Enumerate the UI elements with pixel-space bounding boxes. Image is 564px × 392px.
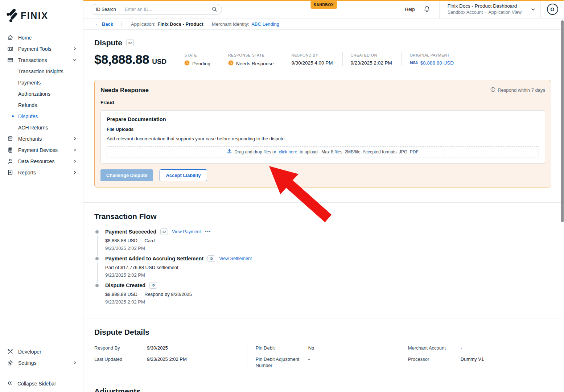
account-switcher[interactable]: Finix Docs - Product Dashboard Sandbox A… bbox=[440, 3, 540, 16]
original-payment-link[interactable]: $8,888.88 USD bbox=[420, 60, 454, 66]
chevron-down-icon bbox=[531, 8, 535, 11]
sidebar-item-label: Reports bbox=[18, 170, 36, 176]
sidebar-item-disputes[interactable]: Disputes bbox=[0, 111, 83, 122]
sidebar-item-label: ACH Returns bbox=[18, 125, 48, 131]
dispute-id-badge[interactable]: ID bbox=[126, 40, 134, 46]
stat-label: CREATED ON bbox=[351, 53, 392, 57]
stat-state: STATE Pending bbox=[176, 52, 220, 67]
detail-separator: · bbox=[140, 239, 141, 243]
sidebar-item-payments[interactable]: Payments bbox=[0, 77, 83, 88]
stat-respond-by: RESPOND BY 9/30/2025 4:00 PM bbox=[283, 52, 342, 66]
stat-created-on: CREATED ON 9/23/2025 2:02 PM bbox=[342, 52, 402, 66]
sidebar-item-label: Payments bbox=[18, 80, 41, 86]
timeline-event-dispute-created: Dispute Created ID $8,888.88 USD · Respo… bbox=[94, 282, 551, 309]
dispute-details-section: Dispute Details Respond By 9/30/2025 Las… bbox=[83, 318, 564, 369]
view-settlement-link[interactable]: View Settlement bbox=[219, 256, 252, 261]
adjustments-title: Adjustments bbox=[94, 387, 551, 392]
event-amount: $8,888.88 USD bbox=[105, 238, 137, 243]
sidebar-item-merchants[interactable]: Merchants bbox=[0, 133, 83, 144]
view-payment-link[interactable]: View Payment bbox=[172, 229, 201, 234]
finix-logo[interactable]: FINIX bbox=[0, 0, 83, 32]
sidebar-item-payment-devices[interactable]: Payment Devices bbox=[0, 144, 83, 156]
detail-label: Pin Debit bbox=[256, 345, 308, 351]
search-input[interactable] bbox=[121, 7, 212, 12]
event-timestamp: 9/23/2025 2:02 PM bbox=[105, 299, 551, 305]
event-detail: Part of $17,776.88 USD settlement bbox=[105, 265, 178, 270]
id-search-label[interactable]: ID Search bbox=[91, 4, 121, 15]
sidebar-item-authorizations[interactable]: Authorizations bbox=[0, 88, 83, 99]
event-timestamp: 9/23/2025 2:02 PM bbox=[105, 245, 551, 251]
payment-devices-icon bbox=[7, 147, 13, 153]
event-id-badge[interactable]: ID bbox=[160, 228, 168, 235]
collapse-sidebar-label: Collapse Sidebar bbox=[17, 381, 56, 387]
stat-value: Pending bbox=[192, 61, 210, 66]
detail-value: 9/23/2025 2:02 PM bbox=[147, 356, 187, 363]
dropzone-text: Drag and drop files or bbox=[234, 149, 276, 154]
event-respond-by: Respond by 9/30/2025 bbox=[144, 292, 192, 297]
sidebar-item-ach-returns[interactable]: ACH Returns bbox=[0, 122, 83, 133]
file-uploads-title: File Uploads bbox=[107, 127, 539, 132]
details-column-3: Merchant Account - Processor Dummy V1 bbox=[399, 345, 551, 369]
prepare-documentation-title: Prepare Documentation bbox=[107, 116, 539, 122]
detail-row-pin-debit-adjustment: Pin Debit Adjustment Number - bbox=[256, 356, 399, 369]
application-label: Application: bbox=[131, 21, 155, 27]
sidebar-item-label: Home bbox=[18, 35, 32, 41]
scrollbar-thumb[interactable] bbox=[561, 20, 564, 222]
sidebar-item-developer[interactable]: Developer bbox=[0, 346, 83, 357]
sidebar-item-label: Settings bbox=[18, 360, 37, 366]
developer-tools-icon bbox=[7, 348, 13, 355]
detail-value: - bbox=[461, 345, 462, 351]
detail-row-last-updated: Last Updated 9/23/2025 2:02 PM bbox=[94, 356, 247, 363]
detail-separator: · bbox=[140, 292, 141, 296]
stat-response-state: RESPONSE STATE Needs Response bbox=[220, 52, 283, 67]
timeline-bullet bbox=[95, 257, 99, 260]
sidebar-item-label: Payment Tools bbox=[18, 46, 52, 52]
transactions-icon bbox=[7, 57, 13, 63]
sidebar-bottom: Developer Settings Collapse Sidebar bbox=[0, 346, 83, 392]
detail-row-merchant-account: Merchant Account - bbox=[408, 345, 551, 351]
event-id-badge[interactable]: ID bbox=[207, 255, 215, 262]
file-dropzone[interactable]: Drag and drop files or click here to upl… bbox=[107, 146, 539, 157]
respond-deadline-note: Respond within 7 days bbox=[490, 87, 545, 93]
sidebar: FINIX Home Payment Tools bbox=[0, 0, 83, 392]
sidebar-item-transactions[interactable]: Transactions bbox=[0, 54, 83, 66]
account-subtitle-right: Application View bbox=[489, 9, 522, 16]
upload-icon bbox=[227, 149, 232, 155]
click-here-link[interactable]: click here bbox=[279, 149, 297, 154]
challenge-dispute-button[interactable]: Challenge Dispute bbox=[100, 169, 153, 181]
avatar[interactable]: O bbox=[547, 4, 558, 15]
detail-value: 9/30/2025 bbox=[147, 345, 168, 351]
detail-row-processor: Processor Dummy V1 bbox=[408, 356, 551, 363]
timeline-connector bbox=[97, 263, 98, 283]
more-options-icon[interactable]: ••• bbox=[205, 230, 211, 233]
timeline: Payment Succeeded ID View Payment ••• $8… bbox=[94, 228, 551, 309]
timeline-connector bbox=[97, 236, 98, 256]
timeline-event-payment-succeeded: Payment Succeeded ID View Payment ••• $8… bbox=[94, 228, 551, 255]
sidebar-item-payment-tools[interactable]: Payment Tools bbox=[0, 43, 83, 54]
back-button[interactable]: ← Back bbox=[95, 21, 113, 27]
sidebar-item-settings[interactable]: Settings bbox=[0, 357, 83, 368]
sidebar-item-reports[interactable]: Reports bbox=[0, 167, 83, 178]
finix-wordmark: FINIX bbox=[21, 11, 48, 21]
sidebar-item-data-resources[interactable]: Data Resources bbox=[0, 156, 83, 167]
accept-liability-button[interactable]: Accept Liability bbox=[160, 169, 207, 181]
detail-value: - bbox=[308, 356, 310, 369]
help-link[interactable]: Help bbox=[405, 7, 415, 12]
event-id-badge[interactable]: ID bbox=[149, 282, 157, 289]
timeline-bullet bbox=[95, 284, 99, 287]
detail-row-respond-by: Respond By 9/30/2025 bbox=[94, 345, 247, 351]
sidebar-item-label: Developer bbox=[18, 349, 41, 355]
account-title: Finix Docs - Product Dashboard bbox=[448, 3, 522, 9]
search-icon[interactable] bbox=[212, 7, 222, 12]
sidebar-item-refunds[interactable]: Refunds bbox=[0, 99, 83, 111]
detail-label: Processor bbox=[408, 356, 461, 363]
sidebar-item-transaction-insights[interactable]: Transaction Insights bbox=[0, 66, 83, 77]
collapse-sidebar-button[interactable]: Collapse Sidebar bbox=[0, 375, 83, 392]
sidebar-item-home[interactable]: Home bbox=[0, 32, 83, 43]
merchant-identity-link[interactable]: ABC Lending bbox=[251, 21, 279, 27]
detail-label: Pin Debit Adjustment Number bbox=[256, 356, 308, 369]
timeline-bullet bbox=[95, 230, 99, 234]
finix-dashboard: FINIX Home Payment Tools bbox=[0, 0, 564, 392]
notifications-bell-icon[interactable] bbox=[423, 5, 431, 13]
sidebar-nav: Home Payment Tools Transactions bbox=[0, 32, 83, 178]
